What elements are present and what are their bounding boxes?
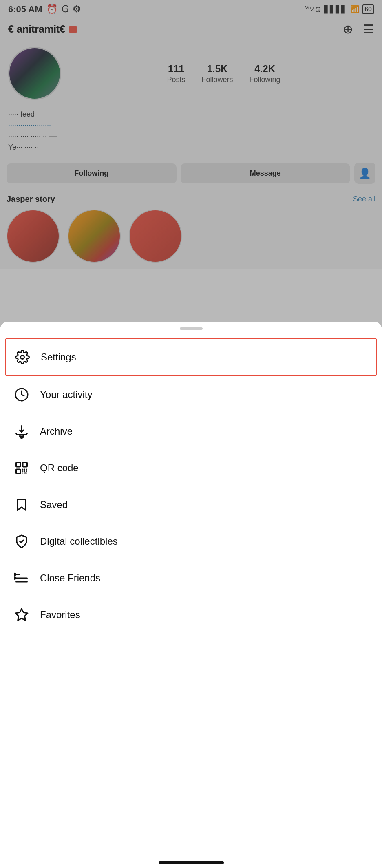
menu-item-saved[interactable]: Saved [0, 486, 382, 523]
svg-rect-6 [16, 469, 21, 474]
activity-icon [12, 385, 31, 404]
svg-point-0 [21, 356, 24, 359]
svg-rect-5 [23, 463, 27, 467]
bottom-sheet: Settings Your activity Archive [0, 322, 382, 868]
close-friends-icon [12, 569, 31, 588]
bottom-sheet-backdrop[interactable] [0, 0, 382, 334]
menu-label-favorites: Favorites [40, 609, 80, 621]
menu-label-archive: Archive [40, 426, 73, 437]
menu-item-archive[interactable]: Archive [0, 413, 382, 450]
menu-label-digital-collectibles: Digital collectibles [40, 536, 118, 547]
bottom-sheet-handle[interactable] [180, 327, 203, 330]
menu-item-settings[interactable]: Settings [5, 338, 377, 376]
menu-label-saved: Saved [40, 499, 68, 510]
svg-marker-20 [15, 609, 28, 621]
menu-label-your-activity: Your activity [40, 389, 93, 400]
favorites-icon [12, 605, 31, 624]
gear-icon [13, 348, 32, 367]
digital-icon [12, 532, 31, 551]
menu-item-your-activity[interactable]: Your activity [0, 376, 382, 413]
menu-item-favorites[interactable]: Favorites [0, 596, 382, 633]
menu-item-qr-code[interactable]: QR code [0, 450, 382, 486]
svg-marker-18 [15, 573, 16, 576]
archive-icon [12, 422, 31, 441]
saved-icon [12, 495, 31, 514]
svg-rect-4 [16, 463, 21, 467]
menu-item-close-friends[interactable]: Close Friends [0, 560, 382, 596]
qr-icon [12, 459, 31, 477]
menu-label-settings: Settings [41, 351, 76, 363]
home-indicator [159, 861, 224, 864]
menu-label-close-friends: Close Friends [40, 572, 100, 584]
svg-marker-19 [15, 577, 16, 579]
menu-label-qr-code: QR code [40, 462, 79, 474]
menu-item-digital-collectibles[interactable]: Digital collectibles [0, 523, 382, 560]
